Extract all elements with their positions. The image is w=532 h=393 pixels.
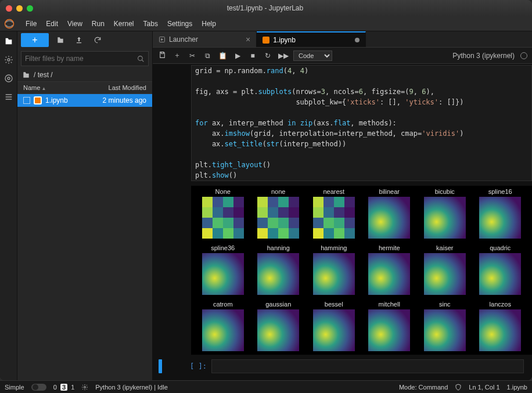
col-modified[interactable]: Last Modified (109, 84, 146, 91)
save-icon[interactable] (157, 51, 167, 60)
subplot-title: hamming (321, 244, 347, 251)
svg-rect-21 (223, 228, 233, 239)
empty-code-cell[interactable]: [ ]: (153, 359, 532, 373)
kernel-status-label[interactable]: Python 3 (ipykernel) | Idle (95, 384, 168, 391)
refresh-icon[interactable] (91, 33, 105, 47)
svg-rect-61 (368, 253, 410, 295)
unsaved-dot-icon (355, 38, 360, 42)
svg-rect-42 (344, 197, 355, 207)
svg-rect-7 (202, 197, 213, 207)
kernel-name[interactable]: Python 3 (ipykernel) (452, 52, 515, 60)
svg-rect-25 (278, 197, 289, 207)
menu-tabs[interactable]: Tabs (139, 18, 163, 30)
tab-bar: Launcher × 1.ipynb (153, 31, 532, 48)
subplot-bessel: bessel (309, 301, 359, 351)
jupyter-logo-icon[interactable] (3, 18, 15, 30)
svg-rect-44 (323, 207, 334, 218)
menu-run[interactable]: Run (87, 18, 109, 30)
breadcrumb-path[interactable]: / test / (34, 71, 53, 79)
svg-rect-52 (323, 228, 334, 239)
subplot-hanning: hanning (254, 244, 304, 295)
subplot-title: gaussian (265, 301, 291, 308)
maximize-window-icon[interactable] (27, 5, 33, 12)
commands-icon[interactable] (3, 73, 14, 84)
breadcrumb[interactable]: / test / (17, 68, 152, 81)
subplot-title: spline36 (211, 244, 235, 251)
svg-rect-63 (479, 253, 521, 295)
copy-icon[interactable]: ⧉ (203, 52, 212, 60)
restart-icon[interactable]: ↻ (263, 52, 272, 60)
svg-rect-30 (289, 207, 299, 218)
menu-file[interactable]: File (21, 18, 41, 30)
file-row[interactable]: 1.ipynb 2 minutes ago (17, 94, 152, 107)
subplot-title: bessel (325, 301, 343, 308)
window-controls (6, 5, 33, 12)
status-bar: Simple 0 3 1 Python 3 (ipykernel) | Idle… (0, 380, 532, 393)
svg-rect-31 (257, 218, 268, 228)
svg-rect-38 (289, 228, 299, 239)
subplot-quadric: quadric (476, 244, 526, 295)
subplot-hermite: hermite (365, 244, 415, 295)
minimize-window-icon[interactable] (16, 5, 23, 12)
run-all-icon[interactable]: ▶▶ (278, 52, 287, 60)
close-icon[interactable]: × (246, 35, 250, 44)
cut-icon[interactable]: ✂ (188, 52, 197, 60)
run-icon[interactable]: ▶ (233, 52, 242, 60)
celltype-select[interactable]: Code (293, 51, 332, 61)
subplot-title: kaiser (436, 244, 453, 251)
tab-launcher[interactable]: Launcher × (153, 31, 257, 47)
empty-code-editor[interactable] (211, 359, 524, 373)
code-cell[interactable]: grid = np.random.rand(4, 4) fig, axs = p… (153, 65, 532, 355)
svg-rect-68 (424, 309, 466, 351)
toc-icon[interactable] (3, 92, 14, 102)
simple-mode-label: Simple (5, 384, 24, 391)
file-filter-input[interactable] (21, 51, 149, 66)
menu-view[interactable]: View (63, 18, 87, 30)
cell-selected-indicator (159, 359, 162, 373)
svg-rect-67 (368, 309, 410, 351)
svg-rect-12 (213, 207, 223, 218)
input-prompt: [ ]: (190, 362, 207, 370)
svg-rect-53 (334, 228, 344, 239)
svg-rect-66 (313, 309, 355, 351)
menu-settings[interactable]: Settings (163, 18, 197, 30)
tab-notebook[interactable]: 1.ipynb (257, 31, 366, 47)
window-titlebar: test/1.ipynb - JupyterLab (0, 0, 532, 16)
menu-edit[interactable]: Edit (41, 18, 63, 30)
notebook-body[interactable]: grid = np.random.rand(4, 4) fig, axs = p… (153, 64, 532, 380)
add-cell-icon[interactable]: ＋ (172, 51, 182, 60)
svg-rect-47 (313, 218, 323, 228)
menu-help[interactable]: Help (197, 18, 221, 30)
new-launcher-button[interactable]: + (21, 33, 49, 47)
kernel-status-icon[interactable] (520, 52, 527, 59)
code-editor[interactable]: grid = np.random.rand(4, 4) fig, axs = p… (191, 65, 532, 181)
stop-icon[interactable]: ■ (248, 52, 257, 60)
subplot-None: None (198, 188, 248, 239)
gear-icon[interactable] (81, 384, 88, 391)
active-file[interactable]: 1.ipynb (507, 384, 527, 391)
menu-bar: FileEditViewRunKernelTabsSettingsHelp (0, 16, 532, 31)
simple-mode-toggle[interactable] (31, 384, 46, 391)
close-window-icon[interactable] (6, 5, 12, 12)
svg-rect-16 (213, 218, 223, 228)
trust-icon[interactable] (455, 384, 462, 391)
col-name[interactable]: Name (23, 84, 46, 91)
file-filter-field[interactable] (25, 55, 137, 63)
svg-rect-33 (278, 218, 289, 228)
menu-kernel[interactable]: Kernel (109, 18, 139, 30)
running-icon[interactable] (3, 55, 14, 65)
subplot-none: none (254, 188, 304, 239)
upload-icon[interactable] (72, 33, 86, 47)
new-folder-icon[interactable] (53, 33, 67, 47)
window-title: test/1.ipynb - JupyterLab (33, 4, 497, 12)
svg-rect-64 (202, 309, 244, 351)
subplot-title: hermite (379, 244, 400, 251)
cursor-pos[interactable]: Ln 1, Col 1 (469, 384, 499, 391)
paste-icon[interactable]: 📋 (218, 52, 227, 60)
svg-rect-41 (334, 197, 344, 207)
subplot-title: hanning (267, 244, 290, 251)
subplot-lanczos: lanczos (476, 301, 526, 351)
folder-icon (22, 71, 30, 79)
files-icon[interactable] (3, 36, 14, 46)
svg-point-2 (5, 75, 12, 82)
